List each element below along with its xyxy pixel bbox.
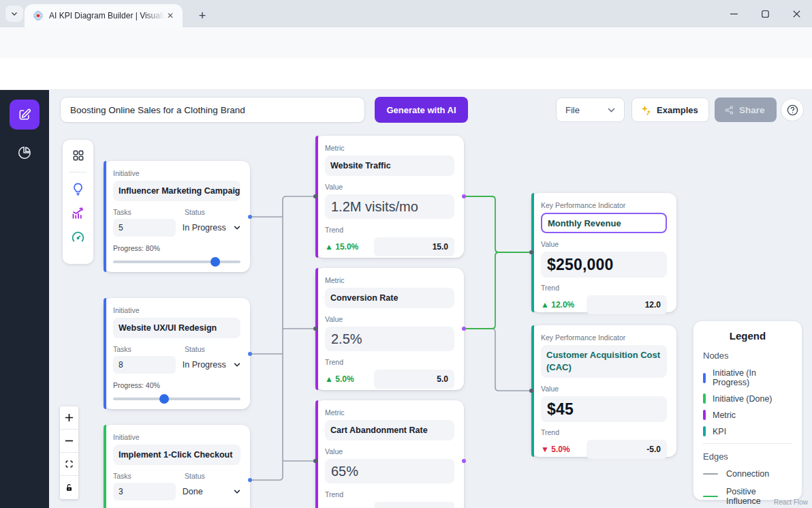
- metric-accent: [315, 268, 318, 390]
- legend-title: Legend: [703, 330, 792, 342]
- trend-label: Trend: [541, 428, 667, 436]
- trend-value-input[interactable]: 12.0: [587, 295, 667, 314]
- legend-item: Metric: [703, 410, 792, 420]
- initiative-node-3[interactable]: Initiative Implement 1-Click Checkout Ta…: [104, 425, 250, 508]
- tab-close-icon[interactable]: ✕: [165, 10, 176, 21]
- kpi-gauge-tool-icon[interactable]: [71, 230, 85, 244]
- legend-color-swatch: [703, 410, 706, 420]
- trend-value-input[interactable]: 15.0: [374, 237, 454, 256]
- tasks-input[interactable]: 3: [113, 483, 176, 500]
- metric-node-2[interactable]: Metric Conversion Rate Value 2.5% Trend …: [315, 268, 464, 390]
- node-type-label: Metric: [325, 408, 454, 417]
- metric-title-input[interactable]: Website Traffic: [325, 155, 454, 176]
- status-select[interactable]: In Progress: [183, 356, 240, 374]
- legend-item: Initiative (In Progress): [703, 368, 792, 387]
- initiative-node-1[interactable]: Initiative Influencer Marketing Campaign…: [104, 161, 250, 272]
- initiative-accent: [104, 425, 106, 508]
- legend-item: Initiative (Done): [703, 393, 792, 404]
- status-label: Status: [185, 208, 205, 216]
- status-select[interactable]: Done: [183, 483, 240, 500]
- grid-tool-icon[interactable]: [72, 149, 85, 162]
- legend-edges-heading: Edges: [703, 451, 792, 462]
- new-tab-button[interactable]: +: [193, 7, 211, 25]
- value-label: Value: [541, 385, 667, 393]
- window-close-button[interactable]: [781, 0, 812, 27]
- legend-item: Connection: [703, 469, 792, 479]
- metric-node-3[interactable]: Metric Cart Abandonment Rate Value 65% T…: [315, 400, 464, 508]
- tasks-input[interactable]: 5: [113, 219, 176, 237]
- share-button[interactable]: Share: [715, 98, 777, 122]
- prompt-input[interactable]: [60, 97, 365, 123]
- lock-button[interactable]: [60, 476, 78, 499]
- kpi-title-input[interactable]: Customer Acquisition Cost (CAC): [541, 345, 667, 378]
- trend-value-input[interactable]: -8.0: [374, 502, 454, 508]
- initiative-title-input[interactable]: Influencer Marketing Campaign: [113, 181, 240, 201]
- browser-tab[interactable]: AI KPI Diagram Builder | Visualiz ✕: [25, 4, 183, 27]
- node-type-label: Metric: [325, 276, 454, 284]
- trend-badge: ▼ 5.0%: [541, 445, 570, 454]
- chevron-down-icon: [10, 10, 18, 18]
- node-type-label: Initiative: [113, 306, 240, 314]
- metric-title-input[interactable]: Conversion Rate: [325, 288, 454, 308]
- palette-divider: [69, 172, 87, 173]
- sidebar-item-editor[interactable]: [10, 100, 40, 130]
- trend-badge: ▲ 15.0%: [325, 242, 358, 252]
- status-label: Status: [185, 345, 205, 353]
- chevron-down-icon: [608, 108, 615, 113]
- browser-navbar: ai-toolbox.visual-paradigm.com/app/kpi-p…: [0, 27, 812, 58]
- trend-value-input[interactable]: -5.0: [587, 440, 667, 459]
- zoom-out-button[interactable]: [60, 430, 78, 453]
- status-select[interactable]: In Progress: [183, 219, 240, 237]
- metric-value-input[interactable]: 2.5%: [325, 327, 454, 351]
- examples-button[interactable]: Examples: [631, 98, 709, 122]
- metric-node-1[interactable]: Metric Website Traffic Value 1.2M visits…: [315, 136, 464, 258]
- initiative-accent: [104, 161, 106, 272]
- file-menu-button[interactable]: File: [556, 98, 625, 122]
- progress-slider[interactable]: [113, 260, 240, 263]
- value-label: Value: [325, 183, 454, 191]
- kpi-value-input[interactable]: $45: [541, 396, 667, 422]
- zoom-in-button[interactable]: [60, 406, 78, 430]
- trend-badge: ▲ 12.0%: [541, 300, 574, 310]
- metric-value-input[interactable]: 1.2M visits/mo: [325, 194, 454, 219]
- kpi-title-input[interactable]: Monthly Revenue: [541, 213, 667, 233]
- help-button[interactable]: [781, 98, 804, 121]
- tab-search-button[interactable]: [5, 5, 23, 22]
- kpi-node-2[interactable]: Key Performance Indicator Customer Acqui…: [531, 325, 676, 457]
- metric-chart-tool-icon[interactable]: [71, 206, 85, 220]
- trend-value-input[interactable]: 5.0: [374, 370, 454, 389]
- site-favicon: [33, 10, 44, 21]
- legend-color-swatch: [703, 393, 706, 404]
- tasks-input[interactable]: 8: [113, 356, 176, 374]
- node-palette: [63, 140, 93, 264]
- metric-title-input[interactable]: Cart Abandonment Rate: [325, 420, 454, 440]
- kpi-node-1[interactable]: Key Performance Indicator Monthly Revenu…: [531, 193, 676, 312]
- initiative-node-2[interactable]: Initiative Website UX/UI Redesign Tasks …: [104, 298, 250, 409]
- progress-slider[interactable]: [113, 398, 240, 400]
- legend-item: KPI: [703, 426, 792, 436]
- slider-knob[interactable]: [210, 257, 220, 267]
- metric-value-input[interactable]: 65%: [325, 459, 454, 483]
- tasks-label: Tasks: [113, 345, 185, 353]
- initiative-bulb-tool-icon[interactable]: [71, 182, 85, 196]
- slider-knob[interactable]: [159, 394, 169, 404]
- chevron-down-icon: [234, 226, 240, 230]
- initiative-title-input[interactable]: Website UX/UI Redesign: [113, 318, 240, 338]
- tasks-label: Tasks: [113, 208, 185, 216]
- app-window: AI KPI Diagram Builder | Visualiz ✕ + ai…: [0, 0, 812, 508]
- fit-view-button[interactable]: [60, 453, 78, 476]
- kpi-value-input[interactable]: $250,000: [541, 252, 667, 278]
- generate-with-ai-button[interactable]: Generate with AI: [375, 97, 468, 123]
- trend-badge: ▲ 5.0%: [325, 374, 354, 384]
- value-label: Value: [541, 240, 667, 248]
- node-type-label: Key Performance Indicator: [541, 333, 667, 342]
- metric-accent: [315, 400, 318, 508]
- sidebar-item-charts[interactable]: [17, 145, 32, 163]
- react-flow-attribution: React Flow: [774, 498, 808, 506]
- initiative-title-input[interactable]: Implement 1-Click Checkout: [113, 445, 240, 465]
- edit-pencil-icon: [18, 108, 31, 121]
- value-label: Value: [325, 315, 454, 323]
- window-minimize-button[interactable]: [718, 0, 749, 27]
- kpi-accent: [531, 193, 534, 312]
- window-maximize-button[interactable]: [749, 0, 781, 27]
